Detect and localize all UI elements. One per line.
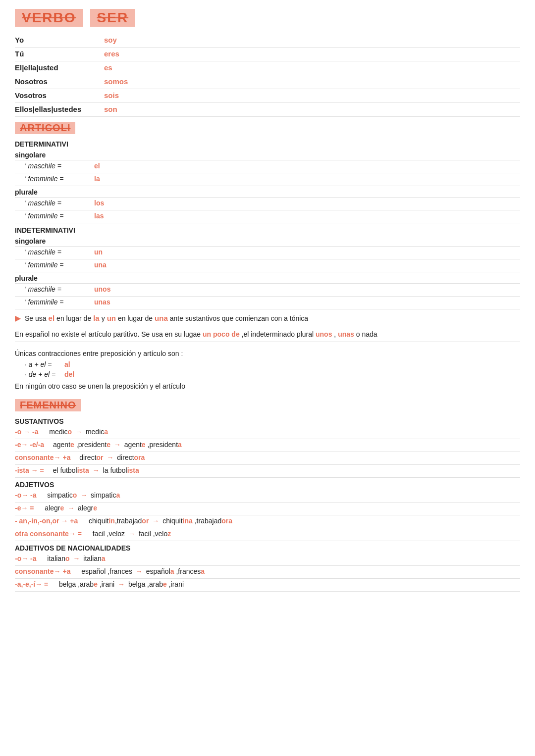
sust-row-e: -e→ -e/-a agente ,presidente → agente ,p… xyxy=(15,439,520,452)
det-plurale-label: plurale xyxy=(15,186,520,198)
indeterminativi-label: INDETERMINATIVI xyxy=(15,223,520,235)
conj-yo: Yo soy xyxy=(15,34,520,48)
conj-nosotros: Nosotros somos xyxy=(15,75,520,89)
verbo-word: verbo xyxy=(15,9,83,27)
det-plur-femminile-row: ' femminile = las xyxy=(15,210,520,223)
sust-o-a-label: -o → -a xyxy=(15,428,38,436)
pronoun-el: El|ella|usted xyxy=(15,63,104,72)
verb-eres: eres xyxy=(104,50,119,58)
sust-e-content: agente ,presidente → agente ,presidenta xyxy=(51,441,182,449)
adj-an-label: - an,-in,-on,or → +a xyxy=(15,517,78,525)
nac-a-e-label: -a,-e,-í→ = xyxy=(15,580,48,588)
note1-mid1: en lugar de xyxy=(56,314,91,322)
nac-consonante-content: español ,frances → española ,francesa xyxy=(77,567,205,575)
det-plur-maschile-label: ' maschile = xyxy=(25,199,94,207)
adj-otra-label: otra consonante→ = xyxy=(15,530,82,538)
page-container: verbo ser Yo soy Tú eres El|ella|usted e… xyxy=(15,9,520,592)
indet-plur-maschile-val: unos xyxy=(94,285,110,293)
note2-unos: unos xyxy=(316,330,332,338)
det-plur-femminile-val: las xyxy=(94,212,104,220)
verb-soy: soy xyxy=(104,36,117,44)
note1-mid2: y xyxy=(102,314,105,322)
indet-plur-maschile-row: ' maschile = unos xyxy=(15,284,520,297)
indet-plur-maschile-label: ' maschile = xyxy=(25,285,94,293)
adj-row-an: - an,-in,-on,or → +a chiquitin,trabajado… xyxy=(15,515,520,528)
pronoun-yo: Yo xyxy=(15,36,104,44)
sust-consonante-label: consonante→ +a xyxy=(15,454,70,461)
contraccion-note: En ningún otro caso se unen la preposici… xyxy=(15,379,520,390)
articoli-section: articoli DETERMINATIVI singolare ' masch… xyxy=(15,117,520,392)
indet-plur-femminile-val: unas xyxy=(94,298,110,306)
note1-un: un xyxy=(107,314,116,322)
sust-e-label: -e→ -e/-a xyxy=(15,441,44,449)
adjetivos-label: ADJETIVOS xyxy=(15,478,520,490)
femenino-section: femenino SUSTANTIVOS -o → -a medico → me… xyxy=(15,392,520,592)
det-sing-maschile-row: ' maschile = el xyxy=(15,160,520,173)
adj-o-a-content: simpatico → simpatica xyxy=(44,491,120,499)
note1-una: una xyxy=(155,314,168,322)
verbo-ser-title: verbo ser xyxy=(15,9,520,27)
nac-consonante-label: consonante→ +a xyxy=(15,567,70,575)
sust-o-a-content: medico → medica xyxy=(45,428,108,436)
indet-sing-maschile-row: ' maschile = un xyxy=(15,247,520,259)
contraccion2-row: · de + el = del xyxy=(15,369,520,379)
note1-suffix: ante sustantivos que comienzan con a tón… xyxy=(170,314,308,322)
note1-el: el xyxy=(49,314,55,322)
nac-row-o-a: -o→ -a italiano → italiana xyxy=(15,553,520,566)
note2-unpoco: un poco de xyxy=(203,330,240,338)
indet-sing-femminile-label: ' femminile = xyxy=(25,261,94,269)
sustantivos-label: SUSTANTIVOS xyxy=(15,414,520,426)
nac-label: ADJETIVOS DE NACIONALIDADES xyxy=(15,541,520,553)
verb-son: son xyxy=(104,105,117,113)
indet-sing-femminile-val: una xyxy=(94,261,107,269)
indet-sing-maschile-label: ' maschile = xyxy=(25,248,94,256)
sust-row-ista: -ista → = el futbolista → la futbolista xyxy=(15,465,520,478)
verb-es: es xyxy=(104,63,112,72)
adj-e-label: -e→ = xyxy=(15,504,34,512)
note2-block: En español no existe el artículo partiti… xyxy=(15,325,520,342)
sust-consonante-content: director → directora xyxy=(77,454,145,461)
sust-row-consonante: consonante→ +a director → directora xyxy=(15,452,520,465)
contraccion1-label: · a + el = xyxy=(25,360,64,368)
adj-e-content: alegre → alegre xyxy=(41,504,97,512)
adj-row-o-a: -o→ -a simpatico → simpatica xyxy=(15,490,520,503)
sust-ista-label: -ista → = xyxy=(15,466,44,474)
note1-mid3: en lugar de xyxy=(118,314,153,322)
indet-singolare-label: singolare xyxy=(15,235,520,247)
nac-o-a-label: -o→ -a xyxy=(15,554,37,562)
note1: ▶ Se usa el en lugar de la y un en lugar… xyxy=(15,309,520,325)
indet-plur-femminile-row: ' femminile = unas xyxy=(15,297,520,309)
pronoun-vosotros: Vosotros xyxy=(15,91,104,100)
note2-comma: , xyxy=(334,330,336,338)
determinativi-label: DETERMINATIVI xyxy=(15,137,520,149)
articoli-title: articoli xyxy=(15,122,75,134)
indet-plurale-label: plurale xyxy=(15,272,520,284)
det-sing-femminile-val: la xyxy=(94,175,100,183)
note1-la: la xyxy=(93,314,100,322)
contracciones-title: Únicas contracciones entre preposición y… xyxy=(15,346,520,359)
note2-text: En español no existe el artículo partiti… xyxy=(15,330,203,338)
pronoun-nosotros: Nosotros xyxy=(15,77,104,86)
det-sing-femminile-row: ' femminile = la xyxy=(15,173,520,186)
conjugation-table: Yo soy Tú eres El|ella|usted es Nosotros… xyxy=(15,34,520,117)
adj-otra-content: facil ,veloz → facil ,veloz xyxy=(89,530,171,538)
sust-row-o-a: -o → -a medico → medica xyxy=(15,426,520,439)
contraccion1-row: · a + el = al xyxy=(15,359,520,369)
adj-an-content: chiquitin,trabajador → chiquitina ,traba… xyxy=(85,517,232,525)
nac-row-consonante: consonante→ +a español ,frances → españo… xyxy=(15,566,520,579)
det-plur-maschile-row: ' maschile = los xyxy=(15,198,520,210)
det-singolare-label: singolare xyxy=(15,149,520,160)
note2-suffix: o nada xyxy=(356,330,377,338)
nac-a-e-content: belga ,arabe ,irani → belga ,arabe ,iran… xyxy=(55,580,184,588)
conj-vosotros: Vosotros sois xyxy=(15,89,520,103)
adj-row-e: -e→ = alegre → alegre xyxy=(15,503,520,515)
contraccion2-val: del xyxy=(64,370,74,378)
det-sing-maschile-val: el xyxy=(94,162,100,170)
det-sing-maschile-label: ' maschile = xyxy=(25,162,94,170)
det-plur-maschile-val: los xyxy=(94,199,104,207)
nac-row-a-e: -a,-e,-í→ = belga ,arabe ,irani → belga … xyxy=(15,579,520,592)
conj-ellos: Ellos|ellas|ustedes son xyxy=(15,103,520,117)
ser-word: ser xyxy=(90,9,136,27)
verb-somos: somos xyxy=(104,77,128,86)
contracciones-block: Únicas contracciones entre preposición y… xyxy=(15,342,520,392)
